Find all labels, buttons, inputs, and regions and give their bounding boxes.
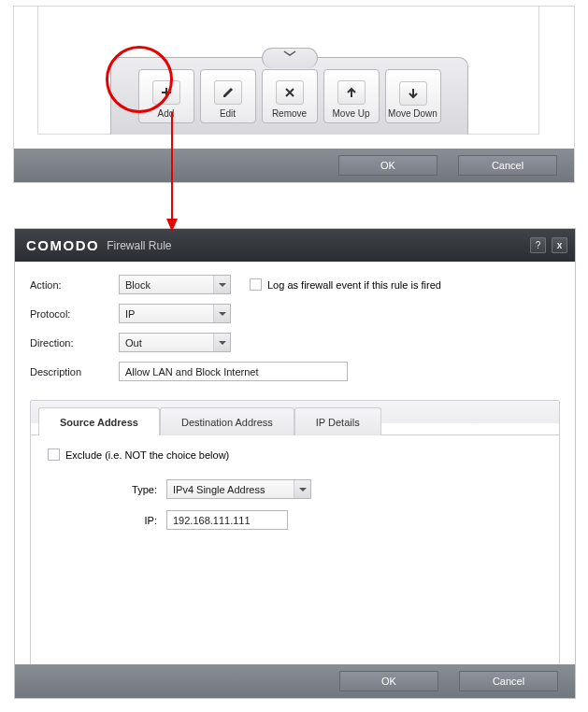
move-up-button[interactable]: Move Up <box>323 69 380 123</box>
chevron-down-icon <box>294 480 310 498</box>
tab-content-source: Exclude (i.e. NOT the choice below) Type… <box>31 434 559 691</box>
tabs-row: Source Address Destination Address IP De… <box>31 401 559 434</box>
description-value: Allow LAN and Block Internet <box>125 366 258 377</box>
toolbar-collapse-handle[interactable] <box>262 48 318 68</box>
edit-button-label: Edit <box>220 108 236 119</box>
add-button-label: Add <box>158 108 175 119</box>
action-dropdown[interactable]: Block <box>119 275 231 294</box>
dialog-subtitle: Firewall Rule <box>107 239 171 252</box>
chevron-down-icon <box>213 305 230 322</box>
parent-dialog: Add Edit Remove Move Up <box>13 6 575 183</box>
close-button[interactable]: x <box>552 237 567 253</box>
type-label: Type: <box>48 484 166 495</box>
add-button[interactable]: Add <box>138 69 194 123</box>
protocol-value: IP <box>125 308 208 320</box>
chevron-down-icon <box>213 334 230 351</box>
address-tabs-container: Source Address Destination Address IP De… <box>30 400 560 691</box>
dialog-titlebar: COMODO Firewall Rule ? x <box>15 229 575 262</box>
tab-source-address[interactable]: Source Address <box>38 407 160 435</box>
move-down-button[interactable]: Move Down <box>385 69 441 123</box>
help-button[interactable]: ? <box>530 237 546 253</box>
parent-dialog-footer: OK Cancel <box>14 149 574 182</box>
ip-label: IP: <box>48 515 166 526</box>
ok-button[interactable]: OK <box>339 671 438 691</box>
firewall-rule-dialog: COMODO Firewall Rule ? x Action: Block L… <box>14 228 576 699</box>
ip-input[interactable]: 192.168.111.111 <box>166 510 288 530</box>
move-down-button-label: Move Down <box>388 109 437 119</box>
arrow-down-icon <box>399 81 427 106</box>
tab-ip-details[interactable]: IP Details <box>294 407 381 435</box>
pencil-icon <box>214 80 242 105</box>
chevron-down-icon <box>283 50 296 57</box>
arrow-up-icon <box>337 80 366 105</box>
description-input[interactable]: Allow LAN and Block Internet <box>119 362 348 381</box>
description-label: Description <box>30 366 119 377</box>
exclude-checkbox[interactable] <box>48 449 60 461</box>
log-label: Log as firewall event if this rule is fi… <box>267 279 441 291</box>
exclude-label: Exclude (i.e. NOT the choice below) <box>65 449 229 461</box>
protocol-label: Protocol: <box>30 308 119 320</box>
tab-destination-address[interactable]: Destination Address <box>160 407 294 435</box>
action-value: Block <box>125 279 208 291</box>
dialog-body: Action: Block Log as firewall event if t… <box>15 262 575 691</box>
cancel-button[interactable]: Cancel <box>459 671 558 691</box>
direction-label: Direction: <box>30 337 119 349</box>
log-checkbox[interactable] <box>250 278 262 291</box>
edit-button[interactable]: Edit <box>200 69 256 123</box>
ip-value: 192.168.111.111 <box>173 515 251 526</box>
ok-button[interactable]: OK <box>338 155 437 176</box>
direction-value: Out <box>125 337 208 349</box>
move-up-button-label: Move Up <box>332 108 369 119</box>
chevron-down-icon <box>213 276 230 293</box>
type-value: IPv4 Single Address <box>173 484 288 495</box>
x-icon <box>276 80 304 105</box>
plus-icon <box>152 80 180 105</box>
remove-button[interactable]: Remove <box>262 69 318 123</box>
action-label: Action: <box>30 279 119 291</box>
brand-label: COMODO <box>26 237 99 253</box>
type-dropdown[interactable]: IPv4 Single Address <box>166 479 311 499</box>
cancel-button[interactable]: Cancel <box>458 155 557 176</box>
remove-button-label: Remove <box>272 108 307 119</box>
direction-dropdown[interactable]: Out <box>119 333 231 352</box>
protocol-dropdown[interactable]: IP <box>119 304 231 323</box>
toolbar-tray: Add Edit Remove Move Up <box>110 57 468 135</box>
parent-dialog-inner: Add Edit Remove Move Up <box>37 7 539 135</box>
dialog-footer: OK Cancel <box>15 664 575 698</box>
